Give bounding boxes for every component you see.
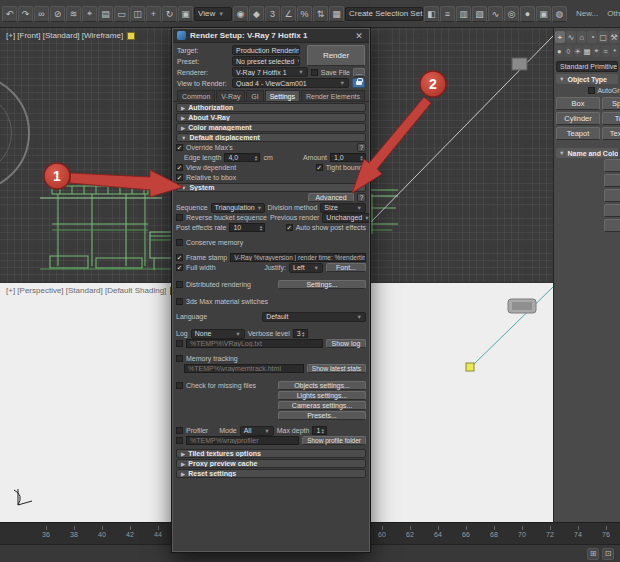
mirror-icon[interactable]: ◧ [424,6,439,22]
spinner-arrows-icon[interactable] [258,225,263,231]
reverse-bucket-checkbox[interactable] [176,214,183,221]
object-button-clipped[interactable] [604,204,620,217]
advanced-mode-button[interactable]: Advanced [308,193,354,202]
color-management-rollout[interactable]: ▶Color management [176,123,366,132]
previous-render-dropdown[interactable]: Unchanged▼ [322,213,369,223]
close-icon[interactable]: ✕ [353,31,365,41]
object-button-clipped[interactable] [604,174,620,187]
profiler-checkbox[interactable] [176,427,183,434]
profiler-path-input[interactable]: %TEMP%\vrayprofiler [186,436,299,445]
window-crossing-icon[interactable]: ◫ [130,6,145,22]
rendered-frame-icon[interactable]: ▣ [536,6,551,22]
tab-settings[interactable]: Settings [265,90,300,101]
use-center-icon[interactable]: ◉ [233,6,248,22]
tight-bounds-checkbox[interactable] [316,164,323,171]
override-max-checkbox[interactable] [176,144,183,151]
profiler-mode-dropdown[interactable]: All▼ [240,426,274,436]
material-switches-checkbox[interactable] [176,298,183,305]
show-profile-folder-button[interactable]: Show profile folder [302,436,366,445]
reference-coordinate-dropdown[interactable]: View▼ [194,7,232,21]
render-button[interactable]: Render [307,45,365,66]
objects-settings-button[interactable]: Objects settings... [278,381,366,390]
tiled-textures-rollout[interactable]: ▶Tiled textures options [176,449,366,458]
profiler-path-checkbox[interactable] [176,437,183,444]
viewport-lock-toggle[interactable] [352,78,365,88]
language-dropdown[interactable]: Default▼ [262,312,366,322]
cameras-settings-button[interactable]: Cameras settings... [278,401,366,410]
unlink-selection-icon[interactable]: ⊘ [50,6,65,22]
dr-settings-button[interactable]: Settings... [278,280,366,289]
relative-bbox-checkbox[interactable] [176,174,183,181]
rectangular-selection-icon[interactable]: ▭ [114,6,129,22]
align-icon[interactable]: ≡ [440,6,455,22]
view-dependent-checkbox[interactable] [176,164,183,171]
shapes-category-icon[interactable]: ◊ [564,45,572,57]
select-and-rotate-icon[interactable]: ↻ [162,6,177,22]
spinner-arrows-icon[interactable] [320,428,325,434]
sequence-dropdown[interactable]: Triangulation▼ [211,203,265,213]
snaps-toggle-icon[interactable]: 3 [265,6,280,22]
select-and-scale-icon[interactable]: ▣ [178,6,193,22]
full-width-checkbox[interactable] [176,264,183,271]
maximize-viewport-icon[interactable]: ⊡ [602,548,614,560]
systems-category-icon[interactable]: * [611,45,619,57]
memory-tracking-checkbox[interactable] [176,355,183,362]
redo-icon[interactable]: ↷ [18,6,33,22]
default-displacement-rollout[interactable]: ▼Default displacement [176,133,366,142]
render-production-icon[interactable]: ◍ [552,6,567,22]
object-button-clipped[interactable] [604,219,620,232]
presets-button[interactable]: Presets... [278,411,366,420]
authorization-rollout[interactable]: ▶Authorization [176,103,366,112]
font-button[interactable]: Font... [326,263,366,272]
toolbar-new-button[interactable]: New... [576,9,598,18]
geometry-category-icon[interactable]: ● [555,45,563,57]
dialog-title-bar[interactable]: Render Setup: V-Ray 7 Hotfix 1 ✕ [173,29,369,43]
show-latest-stats-button[interactable]: Show latest stats [307,364,366,373]
display-tab[interactable]: ▢ [598,31,608,43]
division-method-dropdown[interactable]: Size▼ [320,203,366,213]
proxy-preview-rollout[interactable]: ▶Proxy preview cache [176,459,366,468]
autogrid-checkbox[interactable] [588,87,595,94]
percent-snap-icon[interactable]: % [297,6,312,22]
help-icon[interactable]: ? [357,143,366,152]
undo-icon[interactable]: ↶ [2,6,17,22]
spinner-snap-icon[interactable]: ⇅ [313,6,328,22]
about-vray-rollout[interactable]: ▶About V-Ray [176,113,366,122]
tab-gi[interactable]: GI [246,90,263,101]
scene-explorer-icon[interactable]: ▥ [456,6,471,22]
render-setup-icon[interactable]: ● [520,6,535,22]
spinner-arrows-icon[interactable] [359,155,364,161]
justify-dropdown[interactable]: Left▼ [289,263,323,273]
material-editor-icon[interactable]: ◎ [504,6,519,22]
edge-length-spinner[interactable]: 4,0 [224,153,260,162]
utilities-tab[interactable]: ⚒ [609,31,619,43]
name-color-rollout[interactable]: ▼ Name and Color [556,148,618,158]
helpers-category-icon[interactable]: ⌖ [592,45,600,57]
create-tab[interactable]: + [555,31,565,43]
show-log-button[interactable]: Show log [326,339,366,348]
select-object-icon[interactable]: ⌖ [82,6,97,22]
log-path-input[interactable]: %TEMP%\VRayLog.txt [186,339,323,348]
object-type-rollout[interactable]: ▼ Object Type [556,74,618,84]
toolbar-other-button[interactable]: Oth... [607,9,620,18]
help-icon[interactable]: ? [357,193,366,202]
lights-category-icon[interactable]: ☀ [574,45,582,57]
motion-tab[interactable]: ◔ [587,31,597,43]
renderer-dropdown[interactable]: V-Ray 7 Hotfix 1▼ [232,67,308,77]
preset-dropdown[interactable]: No preset selected▼ [232,56,300,66]
conserve-memory-checkbox[interactable] [176,239,183,246]
perspective-viewport-label[interactable]: [+] [Perspective] [Standard] [Default Sh… [6,286,178,295]
spacewarps-category-icon[interactable]: ≈ [601,45,609,57]
cameras-category-icon[interactable]: ▦ [583,45,591,57]
hierarchy-tab[interactable]: ⌂ [577,31,587,43]
spinner-arrows-icon[interactable] [301,331,306,337]
angle-snap-icon[interactable]: ∠ [281,6,296,22]
amount-spinner[interactable]: 1,0 [330,153,366,162]
reset-settings-rollout[interactable]: ▶Reset settings [176,469,366,478]
system-rollout[interactable]: ▼System [176,183,366,192]
spinner-arrows-icon[interactable] [253,155,258,161]
front-viewport-label[interactable]: [+] [Front] [Standard] [Wireframe] [6,31,135,40]
save-file-checkbox[interactable] [311,69,318,76]
log-path-checkbox[interactable] [176,340,183,347]
target-dropdown[interactable]: Production Rendering Mode▼ [232,45,300,55]
